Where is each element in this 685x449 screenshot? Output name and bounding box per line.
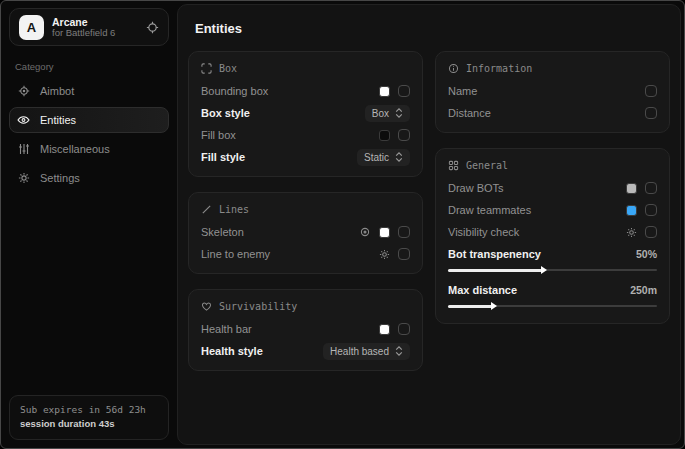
sidebar-item-entities[interactable]: Entities [9, 107, 169, 133]
sidebar-item-label: Settings [40, 172, 80, 184]
checkbox[interactable] [645, 204, 657, 216]
app-subtitle: for Battlefield 6 [52, 28, 138, 39]
survivability-panel: Survivability Health bar Health style He… [188, 289, 423, 371]
setting-label: Box style [201, 107, 250, 119]
setting-label: Health style [201, 345, 263, 357]
gear-icon[interactable] [626, 227, 637, 238]
sub-expiry-text: Sub expires in 56d 23h [20, 403, 158, 417]
box-style-dropdown[interactable]: Box [365, 105, 410, 122]
sliders-icon [17, 143, 30, 155]
box-corners-icon [201, 63, 212, 74]
sidebar-item-label: Aimbot [40, 85, 74, 97]
setting-label: Line to enemy [201, 248, 270, 260]
dropdown-value: Box [372, 108, 389, 119]
setting-row-health-bar: Health bar [201, 318, 410, 340]
lines-panel: Lines Skeleton Line to enemy [188, 192, 423, 274]
subscription-card: Sub expires in 56d 23h session duration … [9, 395, 169, 441]
checkbox[interactable] [645, 182, 657, 194]
max-distance-slider[interactable] [448, 302, 657, 310]
target-icon[interactable] [359, 226, 371, 238]
heart-icon [201, 301, 212, 312]
sidebar-item-settings[interactable]: Settings [9, 165, 169, 191]
checkbox[interactable] [398, 226, 410, 238]
main-content: Entities Box Bounding box [177, 4, 681, 445]
sidebar: A Arcane for Battlefield 6 Category Aimb… [1, 1, 177, 448]
slider-value: 50% [636, 248, 657, 260]
setting-row-health-style: Health style Health based [201, 340, 410, 362]
setting-label: Draw teammates [448, 204, 531, 216]
dropdown-value: Health based [330, 346, 389, 357]
panel-title: Lines [219, 204, 249, 215]
setting-label: Distance [448, 107, 491, 119]
checkbox[interactable] [645, 226, 657, 238]
setting-row-draw-bots: Draw BOTs [448, 177, 657, 199]
setting-label: Max distance [448, 284, 517, 296]
chevron-updown-icon [395, 108, 403, 118]
setting-row-distance: Distance [448, 102, 657, 124]
crosshair-icon [17, 85, 30, 97]
setting-row-fill-style: Fill style Static [201, 146, 410, 168]
slider-thumb[interactable] [541, 266, 547, 274]
bot-transparency-slider[interactable] [448, 266, 657, 274]
sidebar-item-label: Miscellaneous [40, 143, 110, 155]
panel-title: Box [219, 63, 237, 74]
setting-row-bounding-box: Bounding box [201, 80, 410, 102]
category-label: Category [15, 61, 169, 72]
app-logo: A [19, 15, 44, 40]
setting-row-box-style: Box style Box [201, 102, 410, 124]
slider-fill [448, 305, 494, 308]
panel-title: Survivability [219, 301, 297, 312]
general-panel: General Draw BOTs Draw teammates [435, 148, 670, 324]
dropdown-value: Static [364, 152, 389, 163]
color-swatch[interactable] [626, 183, 637, 194]
setting-label: Bounding box [201, 85, 268, 97]
setting-label: Visibility check [448, 226, 519, 238]
crosshair-gear-icon[interactable] [146, 21, 159, 34]
box-panel: Box Bounding box Box style Box [188, 51, 423, 177]
app-header-card: A Arcane for Battlefield 6 [9, 8, 169, 46]
slider-thumb[interactable] [491, 302, 497, 310]
eye-icon [17, 114, 30, 126]
color-swatch[interactable] [379, 130, 390, 141]
setting-label: Fill box [201, 129, 236, 141]
checkbox[interactable] [398, 129, 410, 141]
setting-label: Draw BOTs [448, 182, 504, 194]
checkbox[interactable] [645, 85, 657, 97]
sidebar-item-miscellaneous[interactable]: Miscellaneous [9, 136, 169, 162]
setting-row-draw-teammates: Draw teammates [448, 199, 657, 221]
page-title: Entities [195, 21, 670, 36]
color-swatch[interactable] [626, 205, 637, 216]
setting-label: Health bar [201, 323, 252, 335]
checkbox[interactable] [398, 248, 410, 260]
slider-fill [448, 269, 544, 272]
chevron-updown-icon [395, 346, 403, 356]
setting-row-line-to-enemy: Line to enemy [201, 243, 410, 265]
checkbox[interactable] [645, 107, 657, 119]
gear-icon [17, 172, 30, 184]
sidebar-nav: Aimbot Entities Miscellaneous [9, 78, 169, 191]
chevron-updown-icon [395, 152, 403, 162]
setting-row-visibility-check: Visibility check [448, 221, 657, 243]
fill-style-dropdown[interactable]: Static [357, 149, 410, 166]
info-icon [448, 63, 459, 74]
color-swatch[interactable] [379, 227, 390, 238]
panel-title: General [466, 160, 508, 171]
setting-row-skeleton: Skeleton [201, 221, 410, 243]
setting-label: Fill style [201, 151, 245, 163]
setting-label: Name [448, 85, 477, 97]
checkbox[interactable] [398, 323, 410, 335]
slider-value: 250m [630, 284, 657, 296]
checkbox[interactable] [398, 85, 410, 97]
sidebar-item-aimbot[interactable]: Aimbot [9, 78, 169, 104]
sidebar-item-label: Entities [40, 114, 76, 126]
panel-title: Information [466, 63, 532, 74]
health-style-dropdown[interactable]: Health based [323, 343, 410, 360]
setting-row-name: Name [448, 80, 657, 102]
setting-label: Skeleton [201, 226, 244, 238]
gear-icon[interactable] [379, 249, 390, 260]
setting-row-bot-transparency: Bot transpenency 50% [448, 243, 657, 265]
setting-row-fill-box: Fill box [201, 124, 410, 146]
color-swatch[interactable] [379, 324, 390, 335]
app-window: A Arcane for Battlefield 6 Category Aimb… [0, 0, 685, 449]
color-swatch[interactable] [379, 86, 390, 97]
